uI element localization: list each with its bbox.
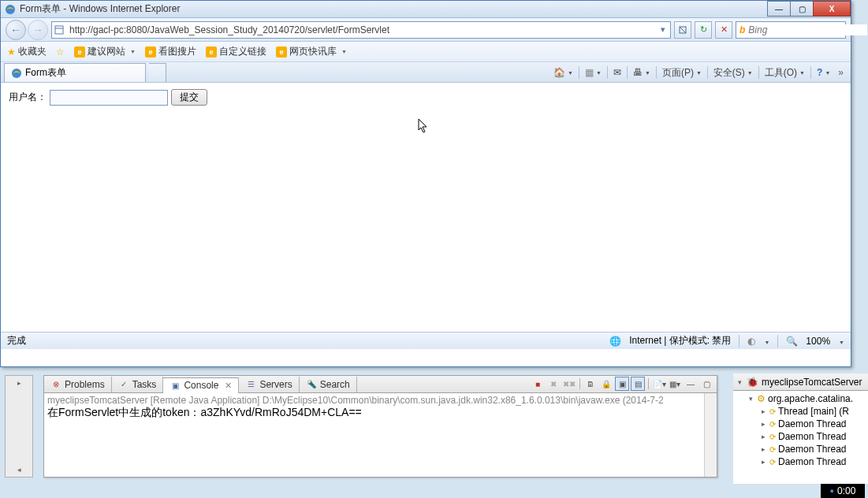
thread-icon: ⟳ [769,407,776,416]
display-button[interactable]: ▦▾ [668,377,682,391]
close-button[interactable]: X [813,1,851,17]
tree-thread-row[interactable]: ▸⟳Daemon Thread [735,418,866,430]
thread-label: Thread [main] (R [778,406,849,417]
mail-icon: ✉ [613,67,621,78]
tree-thread-row[interactable]: ▸⟳Daemon Thread [735,443,866,455]
tree-root-row[interactable]: ▾ 🐞 myeclipseTomcatServer [733,374,868,391]
zoom-drop[interactable] [838,336,844,347]
suggested-sites[interactable]: e建议网站 [74,45,136,58]
show-console-button[interactable]: ▤ [631,377,645,391]
tab-title: Form表单 [25,66,66,80]
search-input[interactable] [748,24,867,35]
scroll-lock-button[interactable]: 🔒 [599,377,613,391]
collapse-icon[interactable]: ▾ [747,395,754,403]
tab-close-icon[interactable]: ✕ [225,381,232,391]
expand-icon[interactable]: ▸ [760,420,767,428]
thread-icon: ⟳ [769,458,776,466]
help-button[interactable]: ? [814,67,833,78]
print-button[interactable]: 🖶 [631,67,653,78]
separator [758,66,759,79]
open-button[interactable]: 📄▾ [652,377,666,391]
expand-icon[interactable]: ▸ [760,458,767,466]
chevron-right-icon[interactable]: » [836,67,846,78]
image-search-label: 看图搜片 [158,45,196,58]
tree-root-label: myeclipseTomcatServer [762,377,862,388]
new-tab-button[interactable] [149,63,166,82]
minimize-view-button[interactable]: — [684,377,698,391]
tasks-icon: ✓ [118,379,129,390]
tab-active[interactable]: Form表单 [4,63,146,82]
thread-label: Daemon Thread [778,456,847,467]
custom-links-label: 自定义链接 [219,45,266,58]
zone-text: Internet | 保护模式: 禁用 [629,334,731,347]
home-button[interactable]: 🏠 [551,67,576,78]
tools-label: 工具(O) [765,66,797,80]
zoom-icon[interactable]: 🔍 [786,336,798,347]
thread-icon: ⟳ [769,445,776,454]
restore-icon[interactable]: ▸ [17,379,21,387]
tab-tasks[interactable]: ✓Tasks [112,377,164,392]
refresh-button[interactable]: ↻ [695,21,712,39]
username-label: 用户名： [9,91,47,104]
web-snippets[interactable]: e网页快讯库 [276,45,347,58]
compat-button[interactable] [674,21,691,39]
terminate-button[interactable]: ■ [531,377,545,391]
maximize-view-button[interactable]: ▢ [699,377,713,391]
eclipse-tab-row: ⊗Problems ✓Tasks ▣Console✕ ☰Servers 🔦Sea… [44,376,717,393]
tree-thread-row[interactable]: ▸⟳Thread [main] (R [735,405,866,418]
favorites-label: 收藏夹 [18,45,47,58]
remove-button[interactable]: ✖✖ [562,377,576,391]
window-title: Form表单 - Windows Internet Explorer [20,2,848,16]
username-input[interactable] [50,90,168,106]
tree-node[interactable]: ▾⚙org.apache.catalina. [735,392,866,405]
stop-button[interactable]: ✕ [715,21,732,39]
clock-text: 0:00 [837,485,855,496]
remove-all-button[interactable]: ✖ [546,377,561,391]
page-menu[interactable]: 页面(P) [660,66,704,80]
expand-icon[interactable]: ▸ [760,407,767,415]
eclipse-debug-tree: ▾ 🐞 myeclipseTomcatServer ▾⚙org.apache.c… [733,374,868,484]
scrollbar[interactable] [704,393,717,477]
mail-button[interactable]: ✉ [611,67,624,78]
suggested-label: 建议网站 [88,45,125,58]
tree-thread-row[interactable]: ▸⟳Daemon Thread [735,455,866,468]
address-dropdown-icon[interactable]: ▾ [658,24,669,35]
e-icon: e [276,46,287,58]
custom-links[interactable]: e自定义链接 [206,45,266,58]
protected-mode-drop[interactable] [763,336,769,347]
tab-console[interactable]: ▣Console✕ [163,377,239,393]
thread-label: Daemon Thread [778,418,847,429]
pin-console-button[interactable]: ▣ [615,377,629,391]
separator [777,335,778,347]
expand-icon[interactable]: ▸ [760,433,767,440]
minimize-button[interactable]: — [767,1,791,17]
maximize-button[interactable]: ▢ [790,1,814,17]
forward-button[interactable]: → [28,20,48,40]
back-button[interactable]: ← [6,20,26,40]
tools-menu[interactable]: 工具(O) [762,66,807,80]
console-launch-line: myeclipseTomcatServer [Remote Java Appli… [47,395,713,406]
submit-button[interactable]: 提交 [171,89,207,106]
feeds-button[interactable]: ▦ [583,67,604,78]
address-bar-wrap: ▾ [51,21,671,39]
tasks-label: Tasks [132,379,157,390]
servers-label: Servers [259,379,292,390]
image-search-link[interactable]: e看图搜片 [145,45,196,58]
safety-menu[interactable]: 安全(S) [711,66,755,80]
page-label: 页面(P) [662,66,694,80]
add-fav-button[interactable]: ☆ [56,46,65,58]
tab-problems[interactable]: ⊗Problems [44,377,112,392]
tree-thread-row[interactable]: ▸⟳Daemon Thread [735,430,866,443]
protected-mode-icon[interactable]: ◐ [747,336,755,347]
address-input[interactable] [68,23,654,37]
collapse-icon[interactable]: ▾ [736,378,743,386]
search-box: b 🔍 [736,21,846,39]
tab-search[interactable]: 🔦Search [300,377,357,392]
favorites-button[interactable]: ★收藏夹 [7,45,47,58]
tab-servers[interactable]: ☰Servers [239,377,299,392]
e-icon: e [145,46,156,58]
console-icon: ▣ [170,380,181,391]
clear-button[interactable]: 🗎 [583,377,598,391]
expand-icon[interactable]: ▸ [760,445,767,453]
restore-icon[interactable]: ◂ [17,466,21,474]
